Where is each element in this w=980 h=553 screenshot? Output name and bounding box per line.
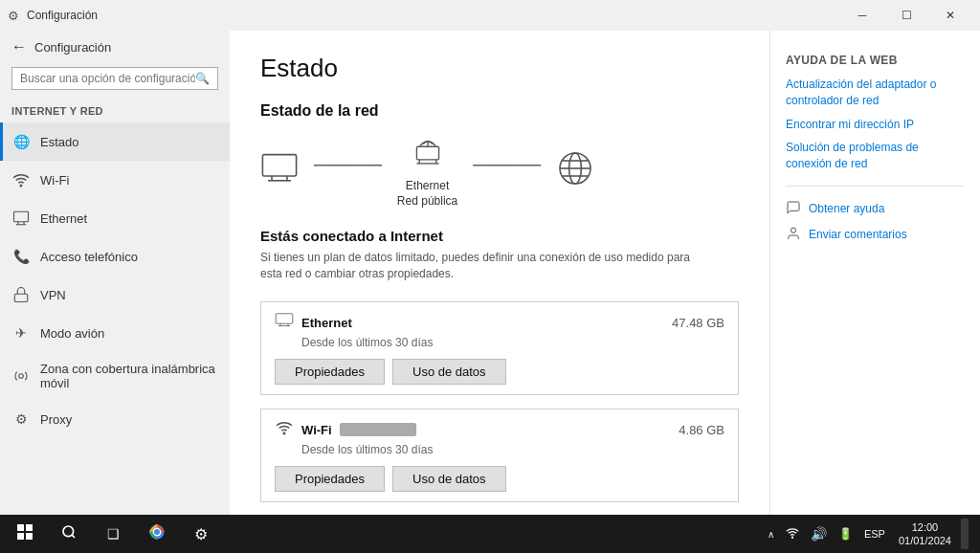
internet-node — [556, 149, 594, 195]
task-view-icon: ❑ — [107, 526, 120, 542]
sidebar-item-estado[interactable]: 🌐 Estado — [0, 122, 230, 161]
page-title: Estado — [260, 54, 739, 83]
title-bar: ⚙ Configuración ─ ☐ ✕ — [0, 0, 980, 31]
right-panel: Ayuda de la web Actualización del adapta… — [769, 31, 980, 515]
sidebar-back-label: Configuración — [34, 40, 111, 55]
wifi-icon — [11, 170, 31, 189]
vpn-icon — [11, 285, 31, 304]
search-taskbar-icon — [61, 524, 77, 543]
back-icon: ← — [11, 38, 27, 55]
sidebar: ← Configuración 🔍 Internet y red 🌐 Estad… — [0, 31, 230, 515]
right-link-adapter[interactable]: Actualización del adaptador o controlado… — [786, 77, 965, 109]
svg-rect-33 — [26, 524, 33, 531]
taskbar-clock: 12:00 — [912, 520, 939, 534]
send-feedback-text: Enviar comentarios — [809, 228, 907, 241]
maximize-button[interactable]: ☐ — [884, 0, 928, 31]
sidebar-item-label: Modo avión — [40, 326, 104, 341]
taskbar-lang[interactable]: ESP — [860, 528, 889, 540]
ethernet-icon — [11, 209, 31, 228]
taskbar-show-desktop[interactable] — [961, 519, 969, 549]
sidebar-item-vpn[interactable]: VPN — [0, 276, 230, 314]
taskbar-volume-icon[interactable]: 🔊 — [807, 526, 831, 542]
get-help-text: Obtener ayuda — [809, 202, 884, 215]
svg-point-40 — [154, 529, 160, 535]
arrow-2: ───── — [473, 154, 541, 176]
chrome-button[interactable] — [136, 515, 178, 553]
arrow-1: ───── — [314, 154, 382, 176]
minimize-button[interactable]: ─ — [840, 0, 884, 31]
proxy-icon: ⚙ — [11, 409, 31, 429]
sidebar-item-acceso[interactable]: 📞 Acceso telefónico — [0, 237, 230, 276]
ethernet-datos-button[interactable]: Uso de datos — [392, 359, 506, 385]
svg-rect-1 — [14, 211, 29, 222]
hotspot-icon — [11, 366, 31, 386]
taskbar: ❑ ⚙ ∧ 🔊 🔋 ESP — [0, 515, 980, 553]
router-node: EthernetRed pública — [397, 135, 457, 209]
sidebar-item-ethernet[interactable]: Ethernet — [0, 199, 230, 237]
sidebar-item-label: Wi-Fi — [40, 173, 69, 188]
get-help-item[interactable]: Obtener ayuda — [786, 200, 965, 218]
network-status-title: Estado de la red — [260, 102, 739, 120]
search-box: 🔍 — [11, 67, 218, 90]
search-input[interactable] — [20, 72, 195, 85]
feedback-icon — [786, 226, 801, 244]
start-button[interactable] — [4, 515, 46, 553]
wifi-header: Wi-Fi 4.86 GB — [275, 419, 724, 441]
wifi-conn-name: Wi-Fi — [301, 423, 332, 437]
sidebar-item-label: Acceso telefónico — [40, 250, 138, 264]
taskbar-chevron[interactable]: ∧ — [764, 529, 778, 540]
connected-submessage: Si tienes un plan de datos limitado, pue… — [260, 250, 701, 282]
airplane-icon: ✈ — [11, 323, 31, 343]
main-container: ← Configuración 🔍 Internet y red 🌐 Estad… — [0, 31, 980, 515]
svg-rect-35 — [26, 533, 33, 540]
ethernet-conn-name: Ethernet — [301, 316, 352, 330]
search-button[interactable] — [48, 515, 90, 553]
settings-taskbar-button[interactable]: ⚙ — [180, 515, 222, 553]
svg-rect-34 — [17, 533, 24, 540]
sidebar-back-button[interactable]: ← Configuración — [0, 31, 230, 63]
ethernet-header: Ethernet 47.48 GB — [275, 312, 724, 334]
svg-point-31 — [791, 228, 795, 232]
sidebar-item-label: Estado — [40, 135, 78, 149]
sidebar-item-avion[interactable]: ✈ Modo avión — [0, 314, 230, 352]
settings-icon: ⚙ — [8, 9, 19, 23]
svg-rect-5 — [14, 294, 28, 301]
svg-rect-11 — [416, 146, 438, 160]
pc-node — [260, 152, 299, 192]
svg-rect-7 — [262, 154, 296, 175]
estado-icon: 🌐 — [11, 132, 31, 151]
ethernet-card: Ethernet 47.48 GB Desde los últimos 30 d… — [260, 301, 739, 395]
right-link-ip[interactable]: Encontrar mi dirección IP — [786, 117, 965, 133]
svg-point-0 — [20, 185, 22, 187]
taskbar-time[interactable]: 12:00 01/01/2024 — [893, 520, 957, 548]
taskbar-network-icon[interactable] — [782, 526, 803, 542]
ethernet-propiedades-button[interactable]: Propiedades — [275, 359, 385, 385]
network-diagram: ───── EthernetRed pública ───── — [260, 135, 739, 209]
wifi-buttons: Propiedades Uso de datos — [275, 466, 724, 501]
sidebar-item-label: Zona con cobertura inalámbrica móvil — [40, 362, 218, 390]
wifi-ssid-hidden — [340, 423, 416, 436]
title-bar-controls: ─ ☐ ✕ — [840, 0, 972, 31]
svg-point-25 — [283, 432, 285, 434]
right-link-troubleshoot[interactable]: Solución de problemas de conexión de red — [786, 140, 965, 172]
sidebar-item-zona[interactable]: Zona con cobertura inalámbrica móvil — [0, 352, 230, 400]
title-bar-left: ⚙ Configuración — [8, 9, 98, 23]
ethernet-buttons: Propiedades Uso de datos — [275, 359, 724, 394]
ethernet-since: Desde los últimos 30 días — [301, 336, 724, 349]
svg-point-6 — [19, 374, 24, 379]
sidebar-item-wifi[interactable]: Wi-Fi — [0, 161, 230, 199]
wifi-datos-button[interactable]: Uso de datos — [392, 466, 506, 492]
wifi-conn-icon — [275, 419, 294, 441]
wifi-card: Wi-Fi 4.86 GB Desde los últimos 30 días … — [260, 409, 739, 502]
sidebar-item-label: VPN — [40, 288, 66, 302]
taskbar-battery-icon[interactable]: 🔋 — [835, 527, 857, 541]
task-view-button[interactable]: ❑ — [92, 515, 134, 553]
send-feedback-item[interactable]: Enviar comentarios — [786, 226, 965, 244]
svg-line-37 — [72, 535, 75, 538]
wifi-propiedades-button[interactable]: Propiedades — [275, 466, 385, 492]
sidebar-item-proxy[interactable]: ⚙ Proxy — [0, 400, 230, 438]
wifi-since: Desde los últimos 30 días — [301, 443, 724, 456]
svg-point-41 — [791, 537, 792, 538]
title-bar-title: Configuración — [27, 9, 98, 22]
close-button[interactable]: ✕ — [928, 0, 972, 31]
